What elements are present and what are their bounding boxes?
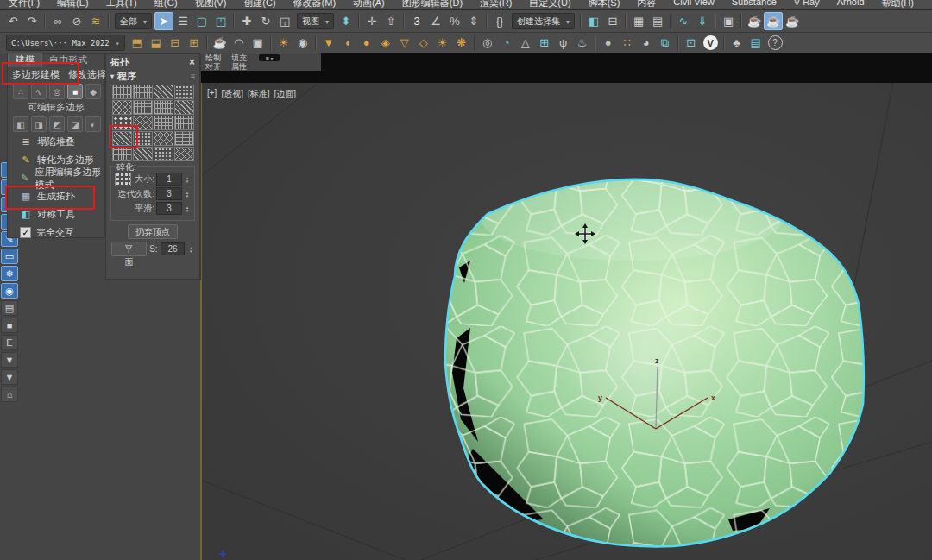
pattern-diagonal-mix[interactable] <box>133 100 153 115</box>
apply-edit-poly-item[interactable]: ✎ 应用编辑多边形模式 <box>8 169 104 187</box>
select-and-rotate-icon[interactable]: ↻ <box>256 12 275 30</box>
pattern-columns[interactable] <box>112 147 132 161</box>
pattern-dots[interactable] <box>174 85 194 99</box>
paint-options-dropdown[interactable] <box>259 54 280 61</box>
pattern-bars[interactable] <box>174 147 194 161</box>
workspace-icon-3[interactable]: ⊟ <box>166 34 185 52</box>
pattern-herringbone[interactable] <box>174 131 194 146</box>
batch-render-icon[interactable]: ⊡ <box>682 34 701 52</box>
select-and-scale-icon[interactable]: ◱ <box>275 12 294 30</box>
vray-logo-icon[interactable]: V <box>703 35 718 50</box>
edge-icon[interactable]: ∿ <box>31 84 47 99</box>
select-object-icon[interactable]: ➤ <box>154 12 173 30</box>
snaps-toggle-3d-icon[interactable]: 3 <box>407 12 426 30</box>
edit-named-selection-sets-icon[interactable]: {} <box>490 12 509 30</box>
light-bulb-icon[interactable]: ☀ <box>274 34 293 52</box>
palette-icon[interactable]: ◕ <box>637 34 656 52</box>
keyboard-override-icon[interactable]: ⇧ <box>381 12 400 30</box>
undo-icon[interactable]: ↶ <box>3 12 22 30</box>
menu-item[interactable]: 编辑(E) <box>48 0 98 10</box>
section-menu-icon[interactable]: ≡ <box>191 72 195 80</box>
document-lines-icon[interactable]: ▤ <box>1 300 18 316</box>
discard-vertices-button[interactable]: 扔弃顶点 <box>128 224 178 239</box>
dome-light-icon[interactable]: ◖ <box>338 34 357 52</box>
camera-icon[interactable]: ◉ <box>293 34 312 52</box>
size-field[interactable]: 1 <box>156 173 182 186</box>
perspective-viewport[interactable]: x y z <box>200 53 932 560</box>
curve-editor-icon[interactable]: ∿ <box>674 12 693 30</box>
viewport-menu-shading[interactable]: [边面] <box>274 88 297 100</box>
forest-icon[interactable]: ♣ <box>727 34 746 52</box>
menu-item[interactable]: 视图(V) <box>186 0 236 10</box>
toggle-layer-explorer-icon[interactable]: ▤ <box>648 12 667 30</box>
tab-properties[interactable]: 属性 <box>226 61 252 72</box>
poly-tool-icon-1[interactable]: ◧ <box>13 116 28 132</box>
script-doc-icon[interactable]: ▤ <box>746 34 765 52</box>
element-icon[interactable]: ◆ <box>85 84 101 99</box>
pattern-grid-large[interactable] <box>133 131 153 146</box>
material-ball-icon[interactable]: ● <box>599 34 618 52</box>
iterations-field[interactable]: 3 <box>156 187 182 200</box>
named-selection-sets-dropdown[interactable]: 创建选择集 <box>512 13 575 29</box>
mirror-icon[interactable]: ◧ <box>584 12 603 30</box>
menu-item[interactable]: 渲染(R) <box>471 0 520 10</box>
sphere-light-icon[interactable]: ● <box>357 34 376 52</box>
menu-item[interactable]: 修改器(M) <box>285 0 345 10</box>
smooth-field[interactable]: 3 <box>156 202 182 215</box>
workspace-icon-1[interactable]: ⬒ <box>128 34 147 52</box>
menu-item[interactable]: 工具(T) <box>98 0 146 10</box>
menu-item[interactable]: 动画(A) <box>344 0 394 10</box>
iterations-spinner[interactable] <box>184 191 191 198</box>
e-document-icon[interactable]: E <box>1 335 18 350</box>
menu-item[interactable]: 帮助(H) <box>873 0 923 10</box>
menu-item[interactable]: Civil View <box>664 0 722 10</box>
size-spinner[interactable] <box>184 176 191 183</box>
menu-item[interactable]: 内容 <box>628 0 664 10</box>
tab-freeform[interactable]: 自由形式 <box>42 53 94 67</box>
display-box-icon[interactable]: ▣ <box>249 34 268 52</box>
pattern-grid-dense[interactable] <box>112 85 132 99</box>
viewport-menu-view[interactable]: [透视] <box>221 88 243 100</box>
sun-rays-icon[interactable]: ❋ <box>452 34 471 52</box>
filter-icon[interactable]: ▼ <box>1 369 18 385</box>
sun-light-icon[interactable]: ☀ <box>433 34 452 52</box>
pattern-stones[interactable] <box>133 116 153 130</box>
menu-item[interactable]: 自定义(U) <box>520 0 579 10</box>
full-interactive-checkbox[interactable] <box>20 227 31 238</box>
display-monitor-icon[interactable]: ▭ <box>1 249 18 264</box>
snowflake-icon[interactable]: ❄ <box>1 266 18 281</box>
close-icon[interactable]: × <box>189 56 195 68</box>
menu-item[interactable]: 图形编辑器(D) <box>394 0 471 10</box>
panels-icon[interactable]: ⊞ <box>535 34 554 52</box>
s-field[interactable]: 26 <box>161 242 186 255</box>
viewport-menu-standard[interactable]: [标准] <box>248 88 270 100</box>
percent-snap-icon[interactable]: % <box>445 12 464 30</box>
chevron-down-icon[interactable]: ▾ <box>110 72 114 80</box>
pattern-grid-fine[interactable] <box>154 147 173 161</box>
pattern-tiles[interactable] <box>174 116 194 130</box>
slate-editor-icon[interactable]: ⧉ <box>656 34 675 52</box>
menu-item[interactable]: V-Ray <box>785 0 828 10</box>
pattern-mosaic[interactable] <box>112 100 132 115</box>
poly-tool-icon-4[interactable]: ◪ <box>67 116 83 132</box>
pattern-circles[interactable] <box>154 131 173 146</box>
viewport-menu-plus[interactable]: [+] <box>207 88 217 100</box>
pattern-diamond[interactable] <box>112 131 132 146</box>
poly-tool-icon-2[interactable]: ◨ <box>31 116 47 132</box>
phoenix-icon[interactable]: ♨ <box>573 34 592 52</box>
symmetry-tools-item[interactable]: ◧ 对称工具 <box>8 205 104 223</box>
select-by-name-icon[interactable]: ☰ <box>173 12 192 30</box>
render-production-icon[interactable]: ☕ <box>783 12 802 30</box>
angle-snap-icon[interactable]: ∠ <box>426 12 445 30</box>
select-and-link-icon[interactable]: ∞ <box>48 12 67 30</box>
tab-align[interactable]: 对齐 <box>200 61 226 72</box>
crossing-selection-icon[interactable]: ◳ <box>211 12 230 30</box>
filter-gear-icon[interactable]: ▼ <box>1 352 18 368</box>
camera-rig-icon[interactable]: △ <box>516 34 535 52</box>
pattern-rows[interactable] <box>133 147 153 161</box>
pattern-checker[interactable] <box>154 116 173 130</box>
align-icon[interactable]: ⊟ <box>603 12 622 30</box>
planar-button[interactable]: 平面 <box>111 242 147 256</box>
blank-square-icon[interactable]: ■ <box>1 318 18 333</box>
geometry-ball-icon[interactable]: ◎ <box>478 34 497 52</box>
